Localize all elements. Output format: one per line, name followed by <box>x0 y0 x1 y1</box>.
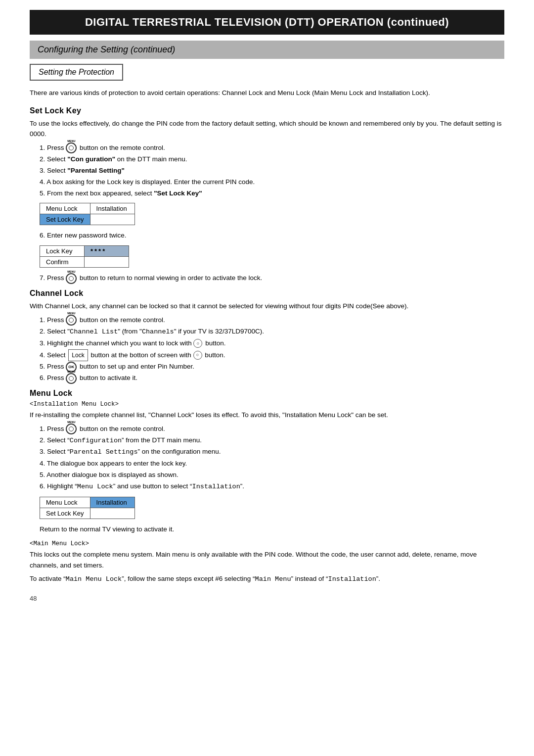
table2-confirm-label: Confirm <box>40 257 85 268</box>
menu-icon-ch1 <box>66 315 77 326</box>
page: DIGITAL TERRESTRIAL TELEVISION (DTT) OPE… <box>0 0 534 756</box>
nav-icon-ch3: ○ <box>193 339 202 348</box>
set-lock-key-steps: 1. Press button on the remote control. 2… <box>40 142 504 199</box>
table-menu-lock-2: Menu Lock Installation Set Lock Key <box>40 497 135 519</box>
step-4: 4. A box asking for the Lock key is disp… <box>40 177 504 188</box>
set-lock-key-step7: 7. Press button to return to normal view… <box>40 273 504 284</box>
ch-step-2: 2. Select "Channel List" (from "Channels… <box>40 326 504 338</box>
ml-step-6: 6. Highlight “Menu Lock” and use button … <box>40 481 504 493</box>
menu-lock-section: Menu Lock <Installation Menu Lock> If re… <box>30 389 504 585</box>
installation-menu-lock-subtitle: <Installation Menu Lock> <box>30 401 504 408</box>
subsection-box: Setting the Protection <box>30 64 123 81</box>
ml-step-1: 1. Press button on the remote control. <box>40 424 504 435</box>
menu-lock-step7: Return to the normal TV viewing to activ… <box>40 524 504 535</box>
table2-lockkey-label: Lock Key <box>40 246 85 257</box>
main-menu-description: This locks out the complete menu system.… <box>30 549 504 570</box>
installation-description: If re-installing the complete channel li… <box>30 410 504 421</box>
menu-icon-2 <box>66 273 77 284</box>
table3-empty <box>90 508 134 519</box>
ch-step-6: 6. Press button to activate it. <box>40 373 504 384</box>
header-title: DIGITAL TERRESTRIAL TELEVISION (DTT) OPE… <box>85 16 449 28</box>
table1-empty <box>90 214 134 225</box>
ch-step-5: 5. Press OK button to set up and enter P… <box>40 361 504 373</box>
lock-button-label: Lock <box>68 349 88 361</box>
page-number: 48 <box>30 595 504 602</box>
channel-lock-section: Channel Lock With Channel Lock, any chan… <box>30 289 504 384</box>
channel-lock-description: With Channel Lock, any channel can be lo… <box>30 301 504 312</box>
menu-icon-1 <box>66 142 77 153</box>
step-7: 7. Press button to return to normal view… <box>40 273 504 284</box>
ml-step-7: Return to the normal TV viewing to activ… <box>40 524 504 535</box>
table1-set-lock-key: Set Lock Key <box>40 214 90 225</box>
table2-lockkey-value: **** <box>85 246 129 257</box>
header-bar: DIGITAL TERRESTRIAL TELEVISION (DTT) OPE… <box>30 10 504 35</box>
channel-lock-steps: 1. Press button on the remote control. 2… <box>40 315 504 384</box>
menu-icon-ml1 <box>66 424 77 434</box>
ch-step-4: 4. Select Lock button at the botton of s… <box>40 349 504 361</box>
nav-icon-ch4: ○ <box>193 351 202 360</box>
set-lock-key-section: Set Lock Key To use the locks effectivel… <box>30 106 504 284</box>
section-bar: Configuring the Setting (continued) <box>30 41 504 59</box>
set-lock-key-description: To use the locks effectively, do change … <box>30 118 504 140</box>
ml-step-5: 5. Another dialogue box is displayed as … <box>40 470 504 481</box>
ch-step-1: 1. Press button on the remote control. <box>40 315 504 326</box>
set-lock-key-title: Set Lock Key <box>30 106 504 115</box>
step-2: 2. Select "Con guration" on the DTT main… <box>40 154 504 165</box>
menu-lock-steps: 1. Press button on the remote control. 2… <box>40 424 504 493</box>
ch-step-3: 3. Highlight the channel which you want … <box>40 338 504 349</box>
step-6: 6. Enter new password twice. <box>40 230 504 241</box>
main-menu-lock-subtitle: <Main Menu Lock> <box>30 540 504 547</box>
table-menu-lock-1: Menu Lock Installation Set Lock Key <box>40 203 135 225</box>
ml-step-3: 3. Select “Parental Settings” on the con… <box>40 446 504 458</box>
table3-header-installation: Installation <box>90 497 134 508</box>
table2-confirm-value <box>85 257 129 268</box>
main-menu-note: To activate “Main Menu Lock”, follow the… <box>30 573 504 585</box>
section-title: Configuring the Setting (continued) <box>38 45 175 54</box>
step-1: 1. Press button on the remote control. <box>40 142 504 154</box>
subsection-title: Setting the Protection <box>39 68 114 76</box>
step-3: 3. Select "Parental Setting" <box>40 165 504 177</box>
ml-step-4: 4. The dialogue box appears to enter the… <box>40 458 504 470</box>
table1-header-menuluck: Menu Lock <box>40 203 90 214</box>
ml-step-2: 2. Select “Configuration” from the DTT m… <box>40 435 504 447</box>
step-5: 5. From the next box appeared, select "S… <box>40 188 504 199</box>
table1-header-installation: Installation <box>90 203 134 214</box>
table-lock-key-confirm: Lock Key **** Confirm <box>40 245 129 268</box>
menu-icon-ch6 <box>66 373 77 384</box>
set-lock-key-step6: 6. Enter new password twice. <box>40 230 504 241</box>
intro-text: There are various kinds of protection to… <box>30 88 504 98</box>
channel-lock-title: Channel Lock <box>30 289 504 298</box>
table3-set-lock-key: Set Lock Key <box>40 508 90 519</box>
menu-lock-title: Menu Lock <box>30 389 504 398</box>
table3-header-menulock: Menu Lock <box>40 497 90 508</box>
